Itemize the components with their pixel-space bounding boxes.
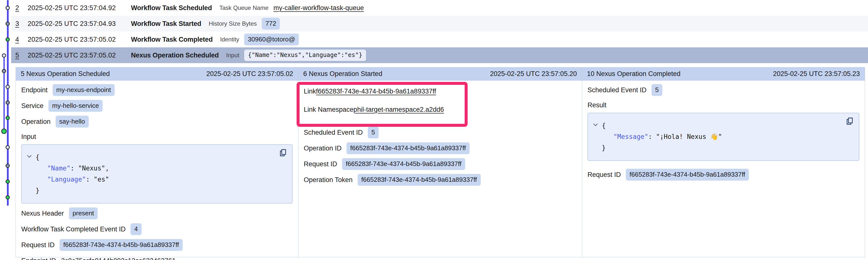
- event-row-2[interactable]: 2 2025-02-25 UTC 23:57:04.92 Workflow Ta…: [11, 0, 868, 16]
- panel-timestamp: 2025-02-25 UTC 23:57:05.23: [773, 70, 860, 78]
- result-section-label: Result: [587, 98, 859, 112]
- event-row-5-selected[interactable]: 5 2025-02-25 UTC 23:57:05.02 Nexus Opera…: [11, 47, 868, 63]
- detail-label: Nexus Header: [21, 210, 64, 217]
- identity-badge: 30960@totoro@: [244, 34, 299, 45]
- copy-icon: [845, 117, 854, 125]
- copy-icon: [279, 148, 287, 157]
- copy-button[interactable]: [279, 148, 287, 157]
- event-time: 2025-02-25 UTC 23:57:04.92: [28, 4, 131, 12]
- detail-label: Request ID: [21, 241, 55, 249]
- detail-label: Scheduled Event ID: [587, 86, 647, 94]
- link-workflow-link[interactable]: f665283f-743e-4374-b45b-9a61a89337ff: [316, 87, 436, 95]
- timeline-marker-success: [6, 195, 10, 199]
- detail-row-endpoint-id: Endpoint ID 3c0c75ccfa8144b092c13ce63246…: [21, 253, 292, 260]
- request-id-badge: f665283f-743e-4374-b45b-9a61a89337ff: [626, 169, 749, 181]
- timeline-marker-none: [2, 53, 6, 58]
- timeline-marker-none: [6, 85, 10, 89]
- event-time: 2025-02-25 UTC 23:57:05.02: [28, 51, 131, 59]
- detail-row-link: Link f665283f-743e-4374-b45b-9a61a89337f…: [304, 82, 576, 100]
- request-id-badge: f665283f-743e-4374-b45b-9a61a89337ff: [342, 158, 465, 170]
- panel-header: 5 Nexus Operation Scheduled 2025-02-25 U…: [16, 67, 298, 81]
- link-namespace-link[interactable]: phil-target-namespace2.a2dd6: [353, 106, 444, 113]
- detail-row-link-namespace: Link Namespace phil-target-namespace2.a2…: [304, 100, 576, 119]
- operation-badge: say-hello: [56, 116, 89, 127]
- detail-label: Link Namespace: [304, 106, 353, 113]
- detail-row-scheduled-event-id: Scheduled Event ID 5: [587, 82, 859, 98]
- event-time: 2025-02-25 UTC 23:57:05.02: [28, 36, 131, 43]
- detail-label: Link: [304, 87, 316, 95]
- event-id-link[interactable]: 5: [15, 51, 19, 59]
- timeline-branch-line: [3, 55, 5, 133]
- detail-row-request-id: Request ID f665283f-743e-4374-b45b-9a61a…: [587, 167, 859, 183]
- detail-row-operation-token: Operation Token f665283f-743e-4374-b45b-…: [304, 172, 576, 188]
- timeline-marker-running: [6, 22, 10, 26]
- event-row-4[interactable]: 4 2025-02-25 UTC 23:57:05.02 Workflow Ta…: [11, 32, 868, 47]
- event-detail-panels: 5 Nexus Operation Scheduled 2025-02-25 U…: [16, 67, 865, 257]
- event-time: 2025-02-25 UTC 23:57:04.93: [28, 20, 131, 28]
- detail-label: Workflow Task Completed Event ID: [21, 225, 126, 233]
- timeline-marker-success: [6, 180, 10, 184]
- service-badge: my-hello-service: [49, 100, 102, 112]
- timeline-marker-success: [6, 116, 10, 120]
- detail-label: Endpoint ID: [21, 257, 56, 260]
- detail-row-scheduled-event-id: Scheduled Event ID 5: [304, 124, 576, 140]
- event-name: Workflow Task Started: [131, 20, 201, 28]
- panel-header: 6 Nexus Operation Started 2025-02-25 UTC…: [298, 67, 582, 81]
- timeline-marker-success: [6, 37, 10, 42]
- event-id-link[interactable]: 2: [15, 4, 19, 11]
- panel-title: 10 Nexus Operation Completed: [587, 70, 680, 78]
- detail-row-nexus-header: Nexus Header present: [21, 206, 292, 221]
- endpoint-id-link[interactable]: 3c0c75ccfa8144b092c13ce632463761: [61, 257, 176, 260]
- event-attr-label: History Size Bytes: [209, 20, 257, 27]
- panel-nexus-operation-scheduled: 5 Nexus Operation Scheduled 2025-02-25 U…: [16, 67, 298, 257]
- operation-id-badge: f665283f-743e-4374-b45b-9a61a89337ff: [346, 142, 470, 154]
- detail-label: Request ID: [304, 160, 337, 168]
- detail-label: Operation: [21, 118, 51, 125]
- detail-label: Operation ID: [304, 145, 342, 152]
- detail-label: Scheduled Event ID: [304, 129, 363, 137]
- result-json-viewer: { "Message": "¡Hola! Nexus 👋" }: [587, 113, 859, 161]
- timeline-marker-running: [2, 69, 6, 73]
- endpoint-badge: my-nexus-endpoint: [53, 84, 115, 96]
- chevron-down-icon[interactable]: [593, 122, 598, 126]
- event-row-3[interactable]: 3 2025-02-25 UTC 23:57:04.93 Workflow Ta…: [11, 16, 868, 32]
- detail-row-service: Service my-hello-service: [21, 98, 292, 114]
- event-id-link[interactable]: 3: [15, 20, 19, 27]
- panel-timestamp: 2025-02-25 UTC 23:57:05.02: [206, 70, 293, 78]
- detail-label: Request ID: [587, 171, 621, 179]
- scheduled-event-id-badge: 5: [651, 84, 662, 96]
- detail-row-request-id: Request ID f665283f-743e-4374-b45b-9a61a…: [21, 237, 292, 253]
- chevron-down-icon[interactable]: [27, 153, 31, 158]
- event-attr-label: Input: [226, 52, 239, 59]
- history-size-badge: 772: [262, 18, 280, 30]
- scheduled-event-id-badge: 5: [368, 126, 379, 138]
- panel-title: 5 Nexus Operation Scheduled: [21, 70, 110, 78]
- request-id-badge: f665283f-743e-4374-b45b-9a61a89337ff: [60, 239, 183, 251]
- timeline-marker-running: [6, 101, 10, 105]
- timeline-marker-none: [6, 145, 10, 149]
- panel-title: 6 Nexus Operation Started: [303, 70, 382, 78]
- detail-row-wtc-event-id: Workflow Task Completed Event ID 4: [21, 221, 292, 237]
- panel-nexus-operation-completed: 10 Nexus Operation Completed 2025-02-25 …: [582, 67, 865, 257]
- event-attr-label: Task Queue Name: [219, 4, 269, 11]
- timeline-marker-running: [6, 164, 10, 168]
- nexus-header-badge: present: [69, 208, 98, 219]
- input-section-label: Input: [21, 129, 292, 144]
- input-payload-badge: {"Name":"Nexus","Language":"es"}: [244, 49, 366, 61]
- detail-row-operation-id: Operation ID f665283f-743e-4374-b45b-9a6…: [304, 140, 576, 156]
- event-history-table: 2 2025-02-25 UTC 23:57:04.92 Workflow Ta…: [11, 0, 868, 63]
- timeline-marker-none: [6, 6, 10, 10]
- copy-button[interactable]: [845, 117, 854, 125]
- detail-label: Service: [21, 102, 43, 110]
- event-name: Workflow Task Completed: [131, 36, 213, 43]
- event-id-link[interactable]: 4: [15, 36, 19, 43]
- detail-row-operation: Operation say-hello: [21, 114, 292, 129]
- wtc-event-id-badge: 4: [130, 223, 142, 235]
- panel-header: 10 Nexus Operation Completed 2025-02-25 …: [582, 67, 865, 81]
- input-json-viewer: { "Name": "Nexus", "Language": "es" }: [21, 144, 292, 203]
- event-name: Workflow Task Scheduled: [131, 4, 212, 12]
- task-queue-link[interactable]: my-caller-workflow-task-queue: [273, 4, 364, 12]
- timeline-marker-success: [1, 128, 7, 134]
- event-name: Nexus Operation Scheduled: [131, 51, 219, 59]
- detail-row-request-id: Request ID f665283f-743e-4374-b45b-9a61a…: [304, 156, 576, 172]
